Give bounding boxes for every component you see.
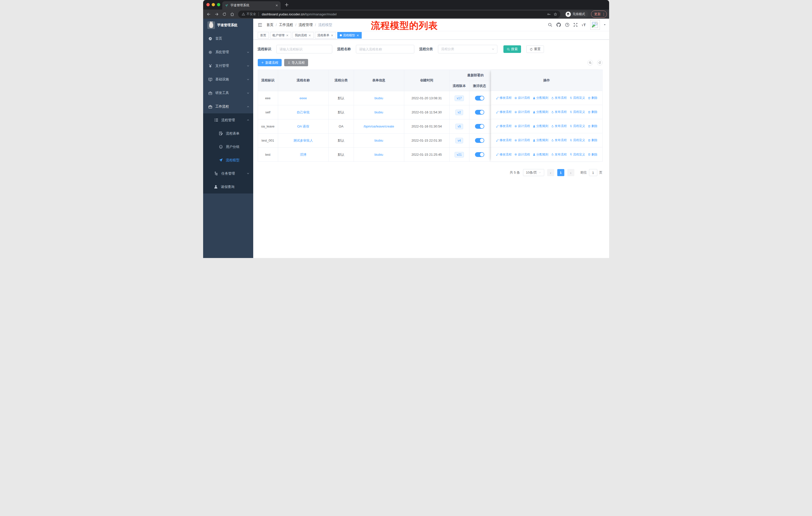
process-name-link[interactable]: OA 请假: [297, 124, 309, 129]
insecure-label[interactable]: 不安全: [247, 12, 256, 17]
active-toggle[interactable]: [475, 152, 484, 157]
tag-4[interactable]: 流程模型: [337, 32, 362, 38]
action-link-2[interactable]: 分配规则: [532, 96, 548, 100]
tab-close-icon[interactable]: [276, 4, 278, 7]
active-toggle[interactable]: [475, 124, 484, 129]
action-link-4[interactable]: 流程定义: [569, 124, 585, 128]
close-icon[interactable]: [286, 34, 289, 37]
sidebar-item-8[interactable]: 用户分组: [203, 140, 253, 154]
process-category-select[interactable]: 流程分类: [438, 45, 497, 53]
active-toggle[interactable]: [475, 96, 484, 101]
action-link-2[interactable]: 分配规则: [532, 110, 548, 114]
back-button[interactable]: [205, 10, 212, 18]
close-icon[interactable]: [308, 34, 311, 37]
action-link-0[interactable]: 修改流程: [496, 138, 512, 142]
font-size-icon[interactable]: [581, 22, 587, 27]
close-icon[interactable]: [356, 34, 359, 37]
form-info-link[interactable]: biubiu: [375, 110, 383, 114]
close-icon[interactable]: [331, 34, 334, 37]
process-name-link[interactable]: 自己审批: [297, 110, 310, 115]
process-name-input[interactable]: [356, 45, 414, 53]
action-link-5[interactable]: 删除: [588, 110, 598, 114]
action-link-5[interactable]: 删除: [588, 96, 598, 100]
github-icon[interactable]: [556, 22, 561, 27]
form-info-link[interactable]: biubiu: [375, 96, 383, 100]
minimize-window-button[interactable]: [212, 3, 215, 6]
bookmark-button[interactable]: [552, 11, 559, 18]
next-page-button[interactable]: ›: [567, 169, 574, 176]
form-info-link[interactable]: biubiu: [375, 153, 383, 157]
action-link-1[interactable]: 设计流程: [514, 96, 530, 100]
action-link-1[interactable]: 设计流程: [514, 138, 530, 142]
action-link-4[interactable]: 流程定义: [569, 153, 585, 157]
import-process-button[interactable]: 导入流程: [284, 59, 308, 66]
active-toggle[interactable]: [475, 138, 484, 143]
sidebar-collapse-icon[interactable]: [258, 22, 263, 27]
action-link-0[interactable]: 修改流程: [496, 96, 512, 100]
reset-button[interactable]: 重置: [526, 45, 544, 53]
new-tab-button[interactable]: [284, 2, 289, 7]
sidebar-item-11[interactable]: 请假查询: [203, 180, 253, 193]
action-link-5[interactable]: 删除: [588, 153, 598, 157]
browser-tab[interactable]: 芋道管理系统: [222, 1, 281, 9]
current-page-button[interactable]: 1: [557, 169, 564, 176]
sidebar-item-0[interactable]: 首页: [203, 32, 253, 45]
refresh-table-button[interactable]: [597, 60, 603, 65]
maximize-window-button[interactable]: [217, 3, 220, 6]
breadcrumb-home[interactable]: 首页: [266, 23, 273, 27]
action-link-3[interactable]: 发布流程: [551, 124, 567, 128]
action-link-4[interactable]: 流程定义: [569, 110, 585, 114]
action-link-1[interactable]: 设计流程: [514, 124, 530, 128]
create-process-button[interactable]: 新建流程: [258, 59, 282, 66]
sidebar-item-1[interactable]: 系统管理: [203, 45, 253, 59]
sidebar-item-7[interactable]: 流程表单: [203, 127, 253, 140]
reload-button[interactable]: [221, 10, 228, 18]
process-name-link[interactable]: eeee: [299, 96, 307, 100]
action-link-0[interactable]: 修改流程: [496, 110, 512, 114]
sidebar-item-2[interactable]: 支付管理: [203, 59, 253, 73]
tag-3[interactable]: 流程表单: [315, 32, 336, 38]
action-link-3[interactable]: 发布流程: [551, 138, 567, 142]
action-link-2[interactable]: 分配规则: [532, 124, 548, 128]
sidebar-item-3[interactable]: 基础设施: [203, 73, 253, 86]
action-link-4[interactable]: 流程定义: [569, 96, 585, 100]
breadcrumb-process-mgmt[interactable]: 流程管理: [298, 23, 313, 27]
address-bar[interactable]: 不安全 dashboard.yudao.iocoder.cn/bpm/manag…: [238, 10, 560, 18]
toggle-search-button[interactable]: [587, 60, 593, 65]
sidebar-item-4[interactable]: 研发工具: [203, 86, 253, 100]
action-link-2[interactable]: 分配规则: [532, 153, 548, 157]
search-button[interactable]: 搜索: [503, 45, 521, 53]
passwords-button[interactable]: [546, 11, 552, 18]
process-id-input[interactable]: [277, 45, 332, 53]
form-info-link[interactable]: biubiu: [375, 139, 383, 142]
update-browser-button[interactable]: 更新: [591, 10, 607, 18]
home-button[interactable]: [229, 10, 236, 18]
tag-0[interactable]: 首页: [258, 32, 269, 38]
close-window-button[interactable]: [206, 3, 210, 6]
action-link-3[interactable]: 发布流程: [551, 96, 567, 100]
sidebar-item-6[interactable]: 流程管理: [203, 113, 253, 127]
goto-page-input[interactable]: [589, 169, 597, 176]
process-name-link[interactable]: 滔博: [300, 153, 307, 157]
browser-menu-icon[interactable]: [602, 12, 606, 16]
action-link-1[interactable]: 设计流程: [514, 110, 530, 114]
active-toggle[interactable]: [475, 110, 484, 115]
action-link-5[interactable]: 删除: [588, 138, 598, 142]
breadcrumb-workflow[interactable]: 工作流程: [279, 23, 293, 27]
sidebar-item-10[interactable]: 任务管理: [203, 167, 253, 180]
sidebar-item-9[interactable]: 流程模型: [203, 154, 253, 167]
action-link-2[interactable]: 分配规则: [532, 138, 548, 142]
action-link-3[interactable]: 发布流程: [551, 110, 567, 114]
action-link-0[interactable]: 修改流程: [496, 153, 512, 157]
sidebar-item-5[interactable]: 工作流程: [203, 100, 253, 113]
help-icon[interactable]: [565, 22, 570, 27]
avatar[interactable]: [590, 20, 600, 30]
form-info-link[interactable]: /bpm/oa/leave/create: [364, 125, 394, 128]
prev-page-button[interactable]: ‹: [547, 169, 554, 176]
tag-1[interactable]: 租户管理: [270, 32, 291, 38]
action-link-3[interactable]: 发布流程: [551, 153, 567, 157]
action-link-1[interactable]: 设计流程: [514, 153, 530, 157]
user-menu-caret-icon[interactable]: [603, 23, 606, 26]
action-link-5[interactable]: 删除: [588, 124, 598, 128]
forward-button[interactable]: [213, 10, 220, 18]
